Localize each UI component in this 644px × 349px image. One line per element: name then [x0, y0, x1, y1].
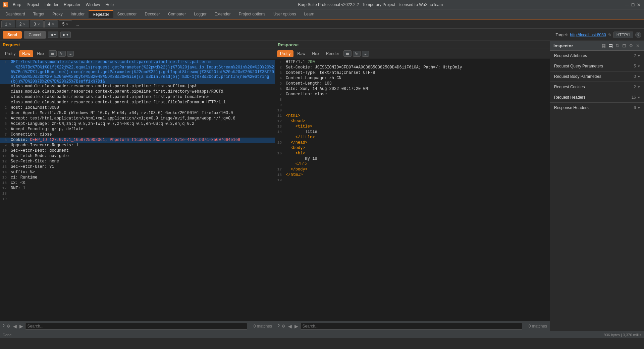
inspector-split[interactable]: ⊟ — [622, 43, 627, 48]
response-line: 8 — [275, 97, 550, 103]
nav-prev-button[interactable]: ◀ ▾ — [48, 32, 58, 38]
inspector-section-response-headers-header[interactable]: Response Headers 6 ▾ — [550, 103, 644, 113]
response-fmt-newline[interactable]: \n — [353, 51, 361, 57]
maximize-button[interactable]: □ — [631, 2, 635, 7]
repeater-tab-more[interactable]: ... — [73, 21, 82, 28]
request-search-input[interactable] — [25, 323, 247, 330]
close-tab-4[interactable]: ✕ — [52, 22, 54, 26]
response-fmt-hex[interactable]: Hex — [309, 50, 322, 57]
repeater-tab-1[interactable]: 1 ✕ — [1, 20, 15, 28]
request-line: class.module.classLoader.resources.conte… — [0, 84, 275, 89]
inspector-view-list[interactable]: ▤ — [608, 43, 613, 48]
response-search-prev[interactable]: ◀ — [287, 323, 292, 329]
request-line: 12Sec-Fetch-Site: none — [0, 159, 275, 164]
cancel-button[interactable]: Cancel — [24, 31, 46, 39]
response-line: 1HTTP/1.1 200 — [275, 60, 550, 65]
tab-learn[interactable]: Learn — [300, 10, 318, 18]
close-tab-2[interactable]: ✕ — [23, 22, 25, 26]
menu-repeater[interactable]: Repeater — [61, 2, 83, 8]
tab-user-options[interactable]: User options — [269, 10, 300, 18]
inspector-section-cookies-header[interactable]: Request Cookies 2 ▾ — [550, 82, 644, 92]
request-code-area[interactable]: 1GET /test?class.module.classLoader.reso… — [0, 58, 275, 321]
tab-sequencer[interactable]: Sequencer — [113, 10, 141, 18]
inspector-section-request-headers-header[interactable]: Request Headers 16 ▾ — [550, 92, 644, 102]
request-fmt-pretty[interactable]: Pretty — [2, 50, 18, 57]
response-line: 18</html> — [275, 172, 550, 178]
response-line: 5Content-Length: 103 — [275, 81, 550, 87]
inspector-close[interactable]: ✕ — [635, 43, 641, 48]
menu-project[interactable]: Project — [24, 2, 42, 8]
response-search-settings[interactable]: ⚙ — [281, 324, 286, 329]
inspector-section-request-attributes-header[interactable]: Request Attributes 2 ▾ — [550, 51, 644, 61]
request-line: 13Sec-Fetch-User: ?1 — [0, 164, 275, 170]
status-bar: Done 936 bytes | 3,370 millis — [0, 331, 644, 338]
target-url[interactable]: http://localhost:8080 — [570, 33, 606, 37]
request-search-prev[interactable]: ◀ — [12, 323, 17, 329]
response-line: 6Date: Sun, 14 Aug 2022 08:17:20 GMT — [275, 87, 550, 92]
menu-intruder[interactable]: Intruder — [42, 2, 61, 8]
app-icon: B — [3, 2, 8, 7]
request-fmt-list[interactable]: ☰ — [49, 50, 57, 57]
nav-next-button[interactable]: ▶ ▾ — [60, 32, 71, 38]
request-fmt-raw[interactable]: Raw — [19, 50, 33, 57]
repeater-tab-bar: 1 ✕ 2 ✕ 3 ✕ 4 ✕ 5 ✕ ... — [0, 19, 644, 29]
repeater-tab-2[interactable]: 2 ✕ — [16, 20, 30, 28]
response-search-next[interactable]: ▶ — [294, 323, 299, 329]
tab-logger[interactable]: Logger — [190, 10, 210, 18]
response-search-help[interactable]: ? — [278, 324, 280, 328]
tab-repeater[interactable]: Repeater — [89, 10, 113, 18]
response-fmt-list[interactable]: ☰ — [343, 50, 352, 57]
inspector-section-cookies: Request Cookies 2 ▾ — [550, 82, 644, 92]
response-line: 19 — [275, 178, 550, 183]
inspector-section-query-params-header[interactable]: Request Query Parameters 5 ▾ — [550, 61, 644, 71]
close-button[interactable]: ✕ — [637, 2, 641, 7]
inspector-view-grid[interactable]: ▦ — [601, 43, 606, 48]
close-tab-5[interactable]: ✕ — [66, 22, 68, 26]
request-line: 6Accept-Encoding: gzip, deflate — [0, 127, 275, 132]
request-line: 16c2: <% — [0, 181, 275, 186]
menu-window[interactable]: Window — [83, 2, 103, 8]
response-line: </h1> — [275, 162, 550, 167]
tab-dashboard[interactable]: Dashboard — [1, 10, 29, 18]
response-fmt-raw[interactable]: Raw — [294, 50, 308, 57]
inspector-settings[interactable]: ⚙ — [628, 43, 634, 48]
tab-intruder[interactable]: Intruder — [67, 10, 89, 18]
request-search-help[interactable]: ? — [3, 324, 5, 328]
minimize-button[interactable]: ─ — [625, 2, 629, 7]
request-fmt-expand[interactable]: ≡ — [67, 51, 74, 57]
request-search-settings[interactable]: ⚙ — [6, 324, 11, 329]
response-line: 2Set-Cookie: JSESSIONID=CFD974AA9C38B503… — [275, 65, 550, 70]
status-text: Done — [3, 333, 11, 337]
request-search-next[interactable]: ▶ — [19, 323, 24, 329]
response-search-input[interactable] — [300, 323, 522, 330]
inspector-section-body-params-header[interactable]: Request Body Parameters 0 ▾ — [550, 71, 644, 82]
response-fmt-pretty[interactable]: Pretty — [277, 50, 293, 57]
response-fmt-expand[interactable]: ≡ — [362, 51, 369, 57]
window-controls: ─ □ ✕ — [625, 2, 641, 7]
help-icon[interactable]: ? — [635, 32, 641, 38]
tab-extender[interactable]: Extender — [211, 10, 235, 18]
repeater-tab-5[interactable]: 5 ✕ — [59, 20, 72, 28]
tab-target[interactable]: Target — [29, 10, 48, 18]
close-tab-3[interactable]: ✕ — [37, 22, 40, 26]
inspector-sort[interactable]: ⇅ — [615, 43, 620, 48]
request-line: 14suffix: %> — [0, 170, 275, 175]
menu-help[interactable]: Help — [103, 2, 116, 8]
close-tab-1[interactable]: ✕ — [9, 22, 11, 26]
response-fmt-render[interactable]: Render — [323, 50, 342, 57]
send-button[interactable]: Send — [3, 31, 22, 39]
inspector-title: Inspector — [553, 43, 573, 48]
repeater-tab-3[interactable]: 3 ✕ — [30, 20, 44, 28]
repeater-tab-4[interactable]: 4 ✕ — [44, 20, 58, 28]
target-area: Target: http://localhost:8080 ✎ HTTP/1 ? — [556, 32, 641, 38]
response-code-area[interactable]: 1HTTP/1.1 2002Set-Cookie: JSESSIONID=CFD… — [275, 58, 550, 321]
http-version-badge[interactable]: HTTP/1 — [613, 32, 633, 38]
request-fmt-newline[interactable]: \n — [58, 51, 66, 57]
request-fmt-hex[interactable]: Hex — [34, 50, 47, 57]
tab-decoder[interactable]: Decoder — [141, 10, 164, 18]
tab-proxy[interactable]: Proxy — [48, 10, 67, 18]
menu-burp[interactable]: Burp — [10, 2, 24, 8]
tab-project-options[interactable]: Project options — [235, 10, 269, 18]
edit-target-icon[interactable]: ✎ — [608, 33, 611, 37]
tab-comparer[interactable]: Comparer — [164, 10, 190, 18]
